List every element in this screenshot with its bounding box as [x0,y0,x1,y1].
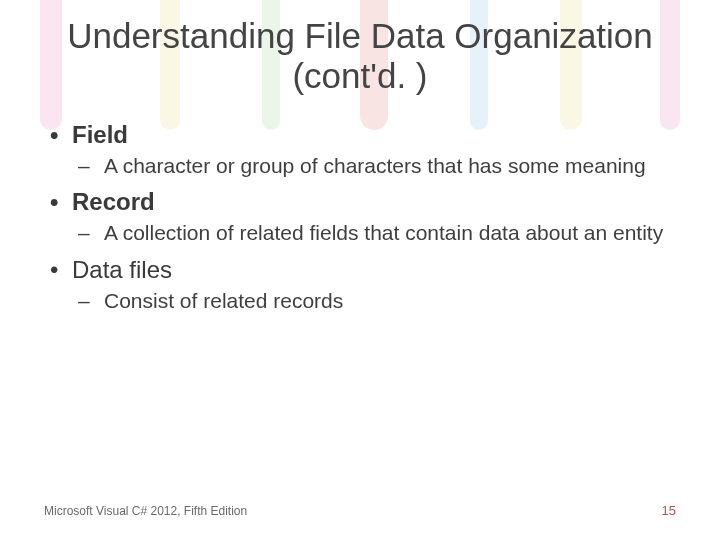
list-item-label: Field [72,121,128,149]
dash-icon: – [78,220,104,246]
slide-body: •Field–A character or group of character… [0,121,720,314]
dash-icon: – [78,153,104,179]
footer-source: Microsoft Visual C# 2012, Fifth Edition [44,504,247,518]
sub-list-item-text: A character or group of characters that … [104,153,646,179]
list-item-label: Data files [72,256,172,284]
sub-list-item-text: Consist of related records [104,288,343,314]
sub-list: –A character or group of characters that… [44,153,676,179]
title-line-1: Understanding File Data Organization [67,16,653,55]
bullet-list: •Field–A character or group of character… [44,121,676,314]
slide-number: 15 [662,503,676,518]
sub-list-item: –A collection of related fields that con… [78,220,676,246]
slide-footer: Microsoft Visual C# 2012, Fifth Edition … [44,503,676,518]
dash-icon: – [78,288,104,314]
slide-title: Understanding File Data Organization (co… [0,0,720,97]
bullet-icon: • [44,188,72,216]
sub-list: –Consist of related records [44,288,676,314]
sub-list: –A collection of related fields that con… [44,220,676,246]
list-item-row: •Data files [44,256,676,284]
list-item: •Field–A character or group of character… [44,121,676,179]
list-item-row: •Field [44,121,676,149]
bullet-icon: • [44,256,72,284]
title-line-2: (cont'd. ) [292,56,427,95]
sub-list-item: –Consist of related records [78,288,676,314]
sub-list-item: –A character or group of characters that… [78,153,676,179]
list-item-label: Record [72,188,155,216]
list-item: •Data files–Consist of related records [44,256,676,314]
slide: Understanding File Data Organization (co… [0,0,720,540]
sub-list-item-text: A collection of related fields that cont… [104,220,663,246]
bullet-icon: • [44,121,72,149]
list-item: •Record–A collection of related fields t… [44,188,676,246]
list-item-row: •Record [44,188,676,216]
